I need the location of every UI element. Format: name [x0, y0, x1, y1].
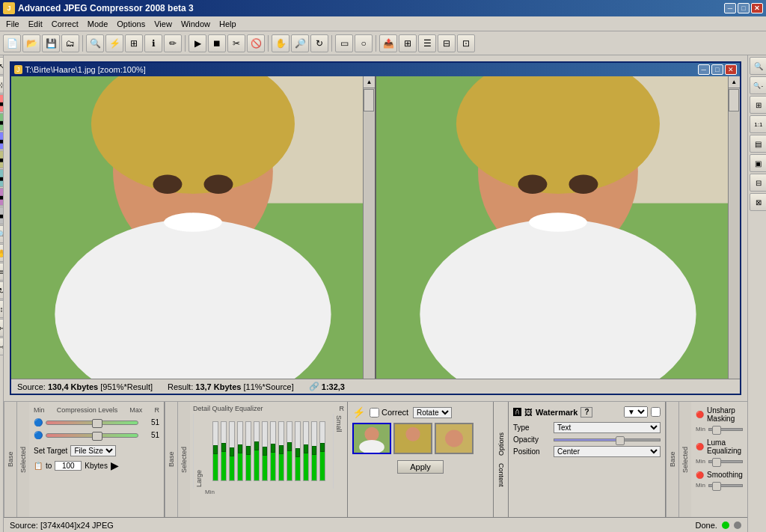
toolbar-new[interactable]: 📄: [3, 34, 21, 52]
target-arrow-icon[interactable]: ▶: [111, 459, 119, 471]
eq-bar-4[interactable]: [237, 421, 243, 481]
toolbar-detail[interactable]: ⊡: [457, 34, 475, 52]
toolbar-list[interactable]: ☰: [418, 34, 436, 52]
toolbar-grid[interactable]: ⊞: [399, 34, 417, 52]
toolbar-select[interactable]: ▭: [335, 34, 353, 52]
correct-dropdown[interactable]: Rotate: [413, 407, 452, 418]
menu-edit[interactable]: Edit: [24, 19, 47, 29]
toolbar-info[interactable]: ℹ: [144, 34, 162, 52]
maximize-button[interactable]: □: [738, 3, 750, 13]
eq-thumb-6[interactable]: [254, 441, 259, 450]
right-tool-100[interactable]: 1:1: [750, 115, 766, 133]
right-tool-nav1[interactable]: ▤: [750, 135, 766, 153]
eq-bar-6[interactable]: [254, 421, 260, 481]
right-tool-nav3[interactable]: ⊟: [750, 174, 766, 192]
toolbar-rotate[interactable]: ↻: [310, 34, 328, 52]
toolbar-no-compress[interactable]: 🚫: [247, 34, 265, 52]
correct-checkbox[interactable]: [370, 408, 379, 418]
toolbar-preview[interactable]: 🔍: [86, 34, 104, 52]
toolbar-compress[interactable]: ⚡: [105, 34, 123, 52]
result-scroll-up-btn[interactable]: ▲: [729, 76, 740, 88]
toolbar-export[interactable]: 📤: [379, 34, 397, 52]
eq-thumb-12[interactable]: [304, 444, 308, 453]
eq-bar-8[interactable]: [270, 421, 276, 481]
watermark-type-select[interactable]: Text: [554, 422, 661, 433]
right-tool-zoom-in[interactable]: 🔍: [750, 57, 766, 75]
toolbar-batch[interactable]: ▶: [189, 34, 206, 52]
compression-slider2-thumb[interactable]: [92, 432, 102, 441]
toolbar-save-all[interactable]: 🗂: [61, 34, 79, 52]
eq-thumb-10[interactable]: [287, 442, 292, 451]
thumb-2[interactable]: [393, 423, 432, 454]
unsharp-slider-thumb[interactable]: [712, 426, 721, 435]
target-type-select[interactable]: File Size: [70, 445, 116, 456]
menu-file[interactable]: File: [1, 19, 24, 29]
toolbar-panel[interactable]: ⊟: [438, 34, 456, 52]
eq-bar-13[interactable]: [311, 421, 317, 481]
toolbar-save[interactable]: 💾: [42, 34, 60, 52]
smoothing-slider[interactable]: [708, 484, 743, 487]
toolbar-zoom[interactable]: 🔎: [291, 34, 309, 52]
eq-thumb-2[interactable]: [221, 443, 226, 452]
menu-mode[interactable]: Mode: [83, 19, 113, 29]
image-minimize-button[interactable]: ─: [698, 64, 710, 75]
eq-thumb-5[interactable]: [246, 446, 251, 455]
right-tool-zoom-out[interactable]: 🔍-: [750, 76, 766, 94]
toolbar-compare[interactable]: ⊞: [125, 34, 143, 52]
eq-thumb-1[interactable]: [213, 445, 218, 454]
right-tool-nav2[interactable]: ▣: [750, 154, 766, 172]
eq-bar-3[interactable]: [229, 421, 235, 481]
result-scroll-thumb[interactable]: [729, 89, 739, 111]
eq-thumb-8[interactable]: [271, 444, 275, 453]
watermark-help-button[interactable]: ?: [580, 407, 592, 418]
eq-bar-9[interactable]: [278, 421, 284, 481]
source-scrollbar-v[interactable]: ▲ ▼: [363, 76, 375, 394]
luma-slider-thumb[interactable]: [712, 458, 721, 467]
scroll-up-btn[interactable]: ▲: [364, 76, 375, 88]
toolbar-circle[interactable]: ○: [355, 34, 373, 52]
eq-bar-2[interactable]: [221, 421, 227, 481]
toolbar-cut[interactable]: ✂: [227, 34, 245, 52]
unsharp-slider[interactable]: [708, 428, 743, 431]
eq-thumb-11[interactable]: [295, 448, 300, 457]
smoothing-slider-thumb[interactable]: [712, 482, 721, 491]
apply-button[interactable]: Apply: [397, 460, 444, 474]
watermark-position-select[interactable]: Center: [554, 446, 661, 457]
eq-bar-14[interactable]: [319, 421, 325, 481]
thumb-1[interactable]: [352, 423, 391, 454]
eq-thumb-14[interactable]: [320, 443, 325, 452]
watermark-opacity-slider[interactable]: [554, 438, 661, 441]
eq-bar-7[interactable]: [262, 421, 268, 481]
watermark-style-select[interactable]: ▼: [624, 406, 648, 418]
eq-thumb-13[interactable]: [312, 446, 316, 455]
image-window-buttons[interactable]: ─ □ ✕: [698, 64, 737, 75]
eq-bar-12[interactable]: [303, 421, 309, 481]
toolbar-hand[interactable]: ✋: [272, 34, 289, 52]
eq-bar-11[interactable]: [295, 421, 301, 481]
menu-help[interactable]: Help: [215, 19, 241, 29]
eq-thumb-4[interactable]: [238, 444, 242, 453]
title-bar-buttons[interactable]: ─ □ ✕: [724, 3, 763, 13]
menu-options[interactable]: Options: [112, 19, 150, 29]
watermark-checkbox[interactable]: [651, 407, 661, 417]
menu-view[interactable]: View: [150, 19, 177, 29]
watermark-opacity-thumb[interactable]: [616, 436, 625, 445]
eq-thumb-3[interactable]: [230, 447, 234, 456]
menu-correct[interactable]: Correct: [47, 19, 83, 29]
right-tool-nav4[interactable]: ⊠: [750, 193, 766, 211]
minimize-button[interactable]: ─: [724, 3, 736, 13]
eq-bar-1[interactable]: [212, 421, 218, 481]
eq-thumb-7[interactable]: [263, 447, 267, 456]
image-maximize-button[interactable]: □: [711, 64, 723, 75]
eq-thumb-9[interactable]: [279, 445, 284, 454]
compression-slider1-track[interactable]: [46, 421, 138, 425]
thumb-3[interactable]: [435, 423, 474, 454]
toolbar-stop[interactable]: ⏹: [208, 34, 226, 52]
right-tool-fit[interactable]: ⊞: [750, 96, 766, 114]
toolbar-eraser[interactable]: ✏: [164, 34, 182, 52]
result-scrollbar-v[interactable]: ▲ ▼: [728, 76, 740, 394]
target-value-input[interactable]: [55, 461, 82, 471]
menu-window[interactable]: Window: [177, 19, 215, 29]
toolbar-open[interactable]: 📂: [22, 34, 40, 52]
image-close-button[interactable]: ✕: [725, 64, 737, 75]
